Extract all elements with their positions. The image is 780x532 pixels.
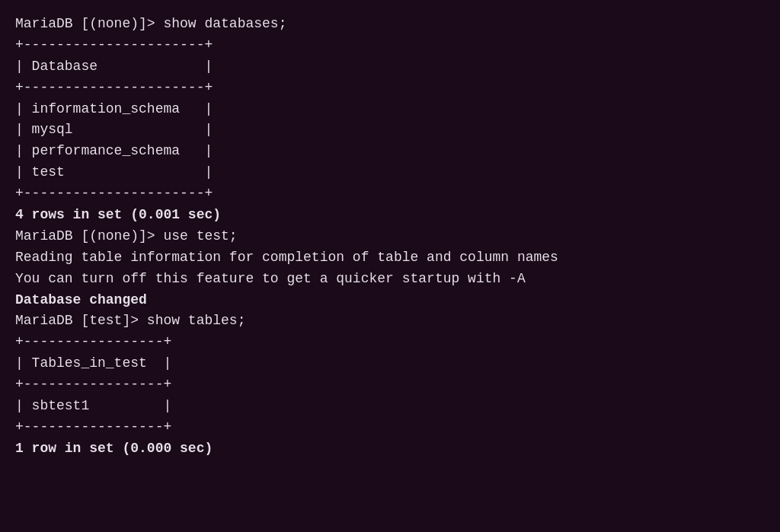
terminal-line-line18: +-----------------+ <box>15 332 765 353</box>
terminal-line-line12: MariaDB [(none)]> use test; <box>15 226 765 247</box>
terminal-line-line20: +-----------------+ <box>15 374 765 396</box>
terminal-line-line8: | test | <box>15 162 765 183</box>
terminal-line-line14: You can turn off this feature to get a q… <box>15 269 765 290</box>
terminal-output: MariaDB [(none)]> show databases;+------… <box>15 14 765 460</box>
terminal-line-line6: | mysql | <box>15 119 765 141</box>
terminal-line-line3: | Database | <box>15 56 765 78</box>
terminal-line-line21: | sbtest1 | <box>15 396 765 417</box>
terminal-line-line4: +----------------------+ <box>15 78 765 99</box>
terminal-line-line17: MariaDB [test]> show tables; <box>15 311 765 332</box>
terminal-line-line2: +----------------------+ <box>15 35 765 56</box>
terminal-line-line16: Database changed <box>15 290 765 311</box>
terminal-line-line13: Reading table information for completion… <box>15 247 765 269</box>
terminal-line-line7: | performance_schema | <box>15 141 765 162</box>
terminal-line-line1: MariaDB [(none)]> show databases; <box>15 14 765 35</box>
terminal-line-line22: +-----------------+ <box>15 417 765 438</box>
terminal-line-line23: 1 row in set (0.000 sec) <box>15 438 765 460</box>
terminal-line-line9: +----------------------+ <box>15 183 765 205</box>
terminal-line-line5: | information_schema | <box>15 99 765 120</box>
terminal-line-line10: 4 rows in set (0.001 sec) <box>15 205 765 226</box>
terminal-line-line19: | Tables_in_test | <box>15 353 765 374</box>
